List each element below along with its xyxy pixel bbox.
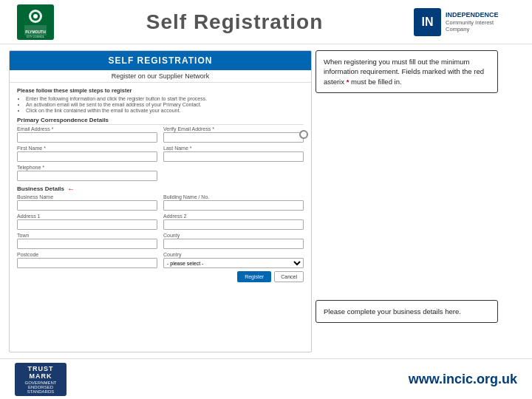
last-name-label: Last Name *: [163, 146, 304, 151]
email-label: Email Address *: [17, 126, 157, 132]
telephone-label: Telephone *: [17, 165, 157, 170]
telephone-field-container: Telephone *: [17, 165, 157, 181]
last-name-input[interactable]: [163, 151, 304, 162]
first-name-label: First Name *: [17, 146, 157, 151]
page-title: Self Registration: [55, 10, 414, 34]
verify-email-field-container: Verify Email Address *: [163, 126, 304, 143]
trust-mark-logo: TRUSTMARK GOVERNMENTENDORSEDSTANDARDS: [15, 363, 66, 396]
svg-text:PLYMOUTH: PLYMOUTH: [25, 30, 46, 34]
tooltip1-text: When registering you must fill out the m…: [324, 58, 484, 86]
business-name-field: Business Name: [17, 194, 157, 211]
building-name-label: Building Name / No.: [163, 194, 304, 200]
postcode-input[interactable]: [17, 258, 157, 268]
company-subtitle: Community Interest Company: [446, 19, 517, 33]
first-name-field-container: First Name *: [17, 146, 157, 162]
circle-indicator: [299, 130, 308, 139]
header-title-area: Self Registration: [55, 10, 414, 34]
verify-email-label: Verify Email Address *: [163, 126, 304, 132]
town-label: Town: [17, 233, 157, 238]
form-instruction-title: Please follow these simple steps to regi…: [17, 87, 304, 94]
svg-text:CITY COUNCIL: CITY COUNCIL: [26, 35, 44, 38]
red-asterisk: *: [347, 78, 349, 86]
instruction-3: Click on the link contained within the e…: [26, 108, 304, 113]
email-input[interactable]: [17, 132, 157, 143]
county-label: County: [163, 233, 304, 238]
business-section-label: Business Details ←: [17, 185, 304, 193]
address2-field: Address 2: [163, 214, 304, 230]
header: PLYMOUTH CITY COUNCIL Self Registration …: [0, 0, 532, 44]
trust-mark-subtitle: GOVERNMENTENDORSEDSTANDARDS: [24, 381, 56, 394]
country-field: Country - please select -: [163, 252, 304, 268]
address2-input[interactable]: [163, 219, 304, 230]
address1-field: Address 1: [17, 214, 157, 230]
business-name-label: Business Name: [17, 194, 157, 200]
building-name-input[interactable]: [163, 200, 304, 211]
county-input[interactable]: [163, 239, 304, 249]
instruction-2: An activation email will be sent to the …: [26, 102, 304, 107]
form-subheader: Register on our Supplier Network: [10, 70, 311, 83]
email-field-container: Email Address *: [17, 126, 157, 143]
cancel-button[interactable]: Cancel: [274, 271, 304, 282]
register-button[interactable]: Register: [237, 271, 271, 282]
name-row: First Name * Last Name *: [17, 146, 304, 162]
town-field: Town: [17, 233, 157, 249]
country-select[interactable]: - please select -: [163, 258, 304, 268]
building-name-field: Building Name / No.: [163, 194, 304, 211]
form-body: Please follow these simple steps to regi…: [10, 83, 311, 287]
bottom-spacer: [316, 330, 498, 352]
telephone-row: Telephone *: [17, 165, 304, 181]
business-name-input[interactable]: [17, 200, 157, 211]
email-row: Email Address * Verify Email Address *: [17, 126, 304, 143]
postcode-country-row: Postcode Country - please select -: [17, 252, 304, 268]
address-row: Address 1 Address 2: [17, 214, 304, 230]
instruction-1: Enter the following information and clic…: [26, 96, 304, 101]
registration-info-tooltip: When registering you must fill out the m…: [316, 50, 498, 93]
primary-section-title: Primary Correspondence Details: [17, 117, 304, 125]
footer: TRUSTMARK GOVERNMENTENDORSEDSTANDARDS ww…: [0, 358, 532, 399]
independence-text: INDEPENDENCE Community Interest Company: [446, 11, 517, 33]
footer-logo-area: TRUSTMARK GOVERNMENTENDORSEDSTANDARDS: [15, 363, 66, 396]
trust-mark-title: TRUSTMARK: [28, 365, 54, 380]
address1-label: Address 1: [17, 214, 157, 219]
main-content: SELF REGISTRATION Register on our Suppli…: [0, 44, 532, 358]
tooltip2-text: Please complete your business details he…: [324, 307, 461, 316]
company-name: INDEPENDENCE: [446, 11, 517, 19]
independence-logo: IN INDEPENDENCE Community Interest Compa…: [414, 4, 517, 41]
footer-website-url[interactable]: www.incic.org.uk: [409, 372, 517, 387]
form-header: SELF REGISTRATION: [10, 51, 311, 70]
spacer: [316, 100, 498, 293]
verify-email-input[interactable]: [163, 132, 304, 143]
business-name-row: Business Name Building Name / No.: [17, 194, 304, 211]
business-details-tooltip: Please complete your business details he…: [316, 300, 498, 323]
form-panel: SELF REGISTRATION Register on our Suppli…: [9, 50, 312, 352]
county-field: County: [163, 233, 304, 249]
town-county-row: Town County: [17, 233, 304, 249]
telephone-input[interactable]: [17, 171, 157, 181]
last-name-field-container: Last Name *: [163, 146, 304, 162]
svg-point-3: [33, 14, 38, 18]
business-arrow-icon: ←: [67, 185, 75, 193]
town-input[interactable]: [17, 239, 157, 249]
in-logo-box: IN: [414, 8, 441, 36]
country-label: Country: [163, 252, 304, 257]
first-name-input[interactable]: [17, 151, 157, 162]
form-actions: Register Cancel: [17, 271, 304, 282]
instructions-list: Enter the following information and clic…: [26, 96, 304, 113]
business-section-title: Business Details: [17, 185, 64, 192]
telephone-spacer: [163, 165, 304, 181]
address2-label: Address 2: [163, 214, 304, 219]
address1-input[interactable]: [17, 219, 157, 230]
postcode-label: Postcode: [17, 252, 157, 257]
right-panel: When registering you must fill out the m…: [312, 44, 504, 358]
postcode-field: Postcode: [17, 252, 157, 268]
plymouth-logo: PLYMOUTH CITY COUNCIL: [15, 4, 55, 41]
